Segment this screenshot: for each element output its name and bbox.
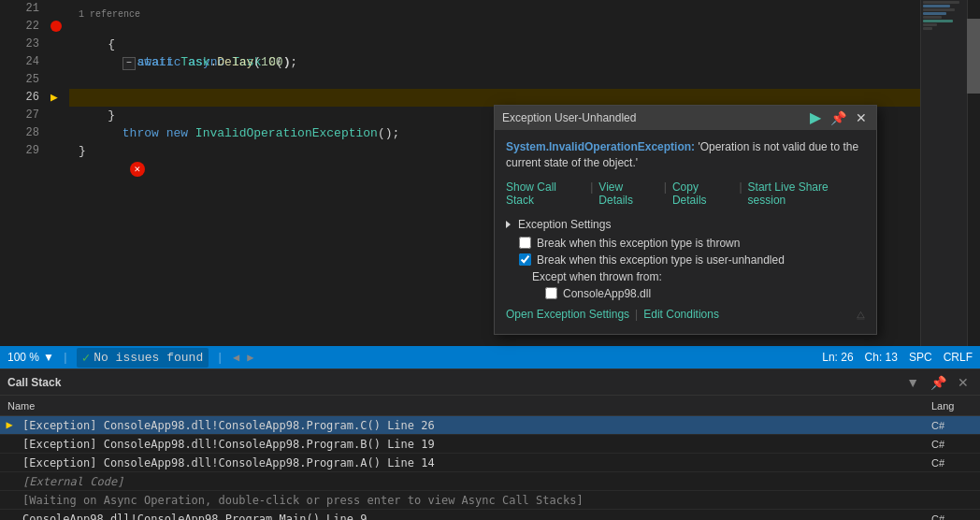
gutter: ▶ bbox=[47, 0, 69, 346]
breakpoint-dot[interactable] bbox=[50, 21, 62, 32]
nav-next[interactable]: ▶ bbox=[245, 351, 255, 365]
table-header: Name Lang bbox=[0, 396, 980, 416]
row-name-2: [Exception] ConsoleApp98.dll!ConsoleApp9… bbox=[19, 456, 924, 469]
table-row[interactable]: [Exception] ConsoleApp98.dll!ConsoleApp9… bbox=[0, 435, 980, 454]
line-num-24: 24 bbox=[0, 53, 39, 71]
zoom-item[interactable]: 100 % ▼ bbox=[7, 351, 54, 364]
table-row[interactable]: [Waiting on Async Operation, double-clic… bbox=[0, 491, 980, 510]
ch-status: Ch: 13 bbox=[865, 351, 898, 364]
row-arrow-0: ▶ bbox=[0, 418, 19, 432]
code-line-22: 1 reference −static async Task C() bbox=[69, 18, 980, 36]
show-call-stack-link[interactable]: Show Call Stack bbox=[506, 181, 584, 207]
edit-conditions-link[interactable]: Edit Conditions bbox=[643, 308, 719, 321]
break-on-unhandled-checkbox[interactable] bbox=[519, 253, 531, 266]
triangle-icon bbox=[506, 221, 511, 228]
popup-header: Exception User-Unhandled ▶ 📌 ✕ bbox=[495, 106, 876, 130]
sep4: | bbox=[635, 308, 638, 321]
resize-handle[interactable]: ⧋ bbox=[857, 310, 865, 321]
console-dll-checkbox[interactable] bbox=[545, 287, 557, 299]
panel-close-btn[interactable]: ✕ bbox=[954, 373, 973, 392]
table-row[interactable]: [External Code] bbox=[0, 472, 980, 491]
break-on-unhandled-label: Break when this exception type is user-u… bbox=[537, 253, 785, 267]
pin-button[interactable]: 📌 bbox=[829, 111, 848, 124]
settings-title: Exception Settings bbox=[518, 218, 611, 231]
close-popup-button[interactable]: ✕ bbox=[854, 111, 869, 124]
except-when-label: Except when thrown from: bbox=[506, 270, 865, 283]
panel-down-btn[interactable]: ▼ bbox=[902, 373, 923, 392]
nav-arrows: ◀ ▶ bbox=[231, 351, 255, 365]
popup-body: System.InvalidOperationException: 'Opera… bbox=[495, 130, 876, 334]
live-share-link[interactable]: Start Live Share session bbox=[748, 181, 865, 207]
zoom-arrow: ▼ bbox=[43, 351, 54, 364]
bottom-links: Open Exception Settings | Edit Condition… bbox=[506, 308, 865, 325]
check-icon: ✓ bbox=[82, 350, 90, 366]
line-num-25: 25 bbox=[0, 71, 39, 89]
code-line-21 bbox=[69, 0, 980, 18]
exception-popup: Exception User-Unhandled ▶ 📌 ✕ System.In… bbox=[494, 105, 877, 335]
code-line-24: await Task.Delay(100); bbox=[69, 53, 980, 71]
break-on-thrown-checkbox[interactable] bbox=[519, 237, 531, 249]
status-right: Ln: 26 Ch: 13 SPC CRLF bbox=[822, 351, 973, 364]
checkbox-row-2: Break when this exception type is user-u… bbox=[506, 253, 865, 267]
call-stack-panel: Call Stack ▼ 📌 ✕ Name Lang ▶ [Exception]… bbox=[0, 368, 980, 520]
status-sep2: | bbox=[216, 351, 223, 365]
line-num-27: 27 bbox=[0, 107, 39, 124]
popup-actions: ▶ 📌 ✕ bbox=[808, 110, 869, 125]
exception-links: Show Call Stack | View Details | Copy De… bbox=[506, 181, 865, 207]
console-dll-row: ConsoleApp98.dll bbox=[506, 287, 865, 300]
sep1: | bbox=[590, 181, 593, 207]
row-lang-2: C# bbox=[924, 457, 980, 469]
popup-title: Exception User-Unhandled bbox=[502, 111, 636, 124]
col-name: Name bbox=[0, 400, 924, 412]
open-exception-settings-link[interactable]: Open Exception Settings bbox=[506, 308, 629, 321]
line-num-23: 23 bbox=[0, 36, 39, 53]
no-issues-text: No issues found bbox=[94, 351, 203, 365]
line-num-29: 29 bbox=[0, 142, 39, 160]
view-details-link[interactable]: View Details bbox=[598, 181, 657, 207]
break-on-thrown-label: Break when this exception type is thrown bbox=[537, 237, 740, 250]
panel-actions: ▼ 📌 ✕ bbox=[902, 373, 973, 392]
copy-details-link[interactable]: Copy Details bbox=[672, 181, 734, 207]
nav-prev[interactable]: ◀ bbox=[231, 351, 241, 365]
execution-arrow: ▶ bbox=[50, 89, 58, 107]
checkbox-row-1: Break when this exception type is thrown bbox=[506, 237, 865, 250]
status-sep1: | bbox=[62, 351, 69, 365]
settings-header: Exception Settings bbox=[506, 218, 865, 231]
line-num-28: 28 bbox=[0, 124, 39, 142]
row-lang-1: C# bbox=[924, 439, 980, 450]
row-name-0: [Exception] ConsoleApp98.dll!ConsoleApp9… bbox=[19, 419, 924, 432]
error-icon[interactable]: ✕ bbox=[130, 162, 145, 177]
no-issues-item[interactable]: ✓ No issues found bbox=[77, 348, 209, 368]
scroll-map[interactable] bbox=[967, 0, 980, 346]
code-line-23: { bbox=[69, 36, 980, 53]
settings-section: Exception Settings Break when this excep… bbox=[506, 218, 865, 325]
line-numbers: 21 22 23 24 25 26 27 28 29 bbox=[0, 0, 47, 346]
row-lang-5: C# bbox=[924, 513, 980, 521]
console-dll-label: ConsoleApp98.dll bbox=[563, 287, 651, 300]
table-row[interactable]: ▶ [Exception] ConsoleApp98.dll!ConsoleAp… bbox=[0, 416, 980, 435]
row-name-3: [External Code] bbox=[19, 475, 924, 488]
code-line-25 bbox=[69, 71, 980, 89]
editor-area: 21 22 23 24 25 26 27 28 29 ▶ 1 reference… bbox=[0, 0, 980, 346]
sep2: | bbox=[664, 181, 667, 207]
row-name-1: [Exception] ConsoleApp98.dll!ConsoleApp9… bbox=[19, 438, 924, 451]
table-row[interactable]: ConsoleApp98.dll!ConsoleApp98.Program.Ma… bbox=[0, 510, 980, 520]
sep3: | bbox=[739, 181, 742, 207]
scroll-indicator[interactable] bbox=[967, 19, 980, 94]
panel-header: Call Stack ▼ 📌 ✕ bbox=[0, 369, 980, 396]
exception-message: System.InvalidOperationException: 'Opera… bbox=[506, 139, 865, 171]
panel-title: Call Stack bbox=[7, 376, 61, 389]
col-lang: Lang bbox=[924, 400, 980, 412]
ln-status: Ln: 26 bbox=[822, 351, 853, 364]
row-name-4: [Waiting on Async Operation, double-clic… bbox=[19, 494, 924, 507]
encoding-status: SPC bbox=[909, 351, 932, 364]
line-ending-status: CRLF bbox=[944, 351, 973, 364]
table-row[interactable]: [Exception] ConsoleApp98.dll!ConsoleApp9… bbox=[0, 454, 980, 472]
bottom-links-left: Open Exception Settings | Edit Condition… bbox=[506, 308, 719, 321]
row-lang-0: C# bbox=[924, 420, 980, 431]
line-num-26: 26 bbox=[0, 89, 39, 107]
zoom-value: 100 % bbox=[7, 351, 39, 364]
panel-pin-btn[interactable]: 📌 bbox=[927, 373, 950, 392]
exception-type: System.InvalidOperationException: bbox=[506, 140, 695, 153]
run-button[interactable]: ▶ bbox=[808, 110, 823, 125]
